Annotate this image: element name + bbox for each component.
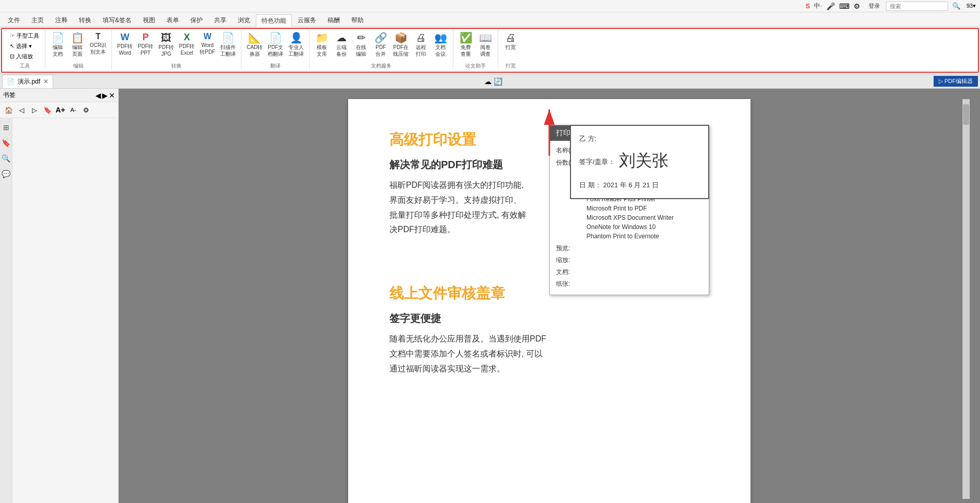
settings-icon[interactable]: ⚙ xyxy=(854,2,860,10)
pdf-merge-btn[interactable]: 🔗 PDF合并 xyxy=(371,31,390,59)
edit-doc-btn[interactable]: 📄 编辑文档 xyxy=(48,31,67,59)
tab-home[interactable]: 主页 xyxy=(26,14,50,26)
left-sidebar: 书签 ◀ ▶ ✕ 🏠 ◁ ▷ 🔖 A+ A- ⚙ ⊞ 🔖 🔍 💬 xyxy=(0,89,119,503)
doc-meeting-btn[interactable]: 👥 文档会议 xyxy=(431,31,450,59)
word-to-pdf-icon: W xyxy=(204,33,211,41)
print-doc-row: 文档: xyxy=(556,267,703,277)
sidebar-forward-btn[interactable]: ▷ xyxy=(29,104,40,116)
edit-page-icon: 📋 xyxy=(71,33,84,43)
sidebar-font-up-btn[interactable]: A+ xyxy=(55,104,66,116)
section-1-body: 福昕PDF阅读器拥有强大的打印功能, 界面友好易于学习。支持虚拟打印、批量打印等… xyxy=(389,178,529,237)
convert-group-label: 转换 xyxy=(171,62,182,71)
tab-cloud[interactable]: 云服务 xyxy=(292,14,322,26)
sidebar-next-btn[interactable]: ▶ xyxy=(102,91,108,100)
cad-convert-btn[interactable]: 📐 CAD转换器 xyxy=(244,31,265,59)
tab-browser[interactable]: 浏览 xyxy=(232,14,256,26)
sougou-logo: S xyxy=(806,2,810,10)
printer-ms-xps[interactable]: Microsoft XPS Document Writer xyxy=(584,213,703,222)
print-preview-label: 预览: xyxy=(556,243,584,253)
pdf-to-excel-btn[interactable]: X PDF转Excel xyxy=(177,31,197,58)
tab-help[interactable]: 帮助 xyxy=(346,14,369,26)
pdf-editor-btn[interactable]: ▷ PDF编辑器 xyxy=(934,76,978,87)
signature-party-label: 乙 方: xyxy=(579,134,700,143)
sidebar-settings-btn[interactable]: ⚙ xyxy=(80,104,92,116)
select-btn[interactable]: ↖ 选择 ▾ xyxy=(7,41,42,51)
mic-icon[interactable]: 🎤 xyxy=(826,2,835,10)
pdf-to-word-btn[interactable]: W PDF转Word xyxy=(115,31,135,58)
tab-fill-sign[interactable]: 填写&签名 xyxy=(97,14,137,26)
keyboard-icon[interactable]: ⌨ xyxy=(839,2,850,10)
panel-thumbnail-btn[interactable]: ⊞ xyxy=(1,122,11,133)
tab-special[interactable]: 特色功能 xyxy=(256,14,292,27)
ocr-btn[interactable]: T OCR识别文本 xyxy=(88,31,108,57)
top-bar: S 中· 🎤 ⌨ ⚙ 登录 🔍 93▾ xyxy=(0,0,980,12)
sync-icon[interactable]: 🔄 xyxy=(494,77,502,86)
printer-phantom-evernote[interactable]: Phantom Print to Evernote xyxy=(584,232,703,241)
pdf-to-ppt-btn[interactable]: P PDF转PPT xyxy=(136,31,155,58)
scrollbar[interactable] xyxy=(962,99,970,499)
panel-search-btn[interactable]: 🔍 xyxy=(1,153,11,164)
ribbon-tabs: 文件 主页 注释 转换 填写&签名 视图 表单 保护 共享 浏览 特色功能 云服… xyxy=(0,12,980,27)
sidebar-home-btn[interactable]: 🏠 xyxy=(3,104,14,116)
cloud-icon[interactable]: ☁ xyxy=(484,77,492,86)
print-wide-btn[interactable]: 🖨 打宽 xyxy=(501,31,520,52)
doc-tab[interactable]: 📄 演示.pdf ✕ xyxy=(2,75,53,88)
cloud-backup-btn[interactable]: ☁ 云端备份 xyxy=(332,31,351,59)
doc-service-group-label: 文档服务 xyxy=(371,62,391,71)
tab-protect[interactable]: 保护 xyxy=(185,14,208,26)
read-check-label: 阅卷调查 xyxy=(480,44,491,57)
pdf-to-jpg-icon: 🖼 xyxy=(161,33,171,43)
sidebar-bookmark-btn[interactable]: 🔖 xyxy=(42,104,53,116)
tab-comment[interactable]: 注释 xyxy=(50,14,73,26)
pdf-compress-btn[interactable]: 📦 PDF在线压缩 xyxy=(391,31,411,59)
pdf-to-jpg-btn[interactable]: 🖼 PDF转JPG xyxy=(156,31,176,59)
tab-form[interactable]: 表单 xyxy=(161,14,185,26)
search-input[interactable] xyxy=(886,2,948,11)
tab-view[interactable]: 视图 xyxy=(137,14,161,26)
sidebar-font-down-btn[interactable]: A- xyxy=(68,104,79,116)
pdf-merge-icon: 🔗 xyxy=(374,33,387,43)
doc-tab-bar: 📄 演示.pdf ✕ ☁ 🔄 ▷ PDF编辑器 xyxy=(0,74,980,89)
online-edit-btn[interactable]: ✏ 在线编辑 xyxy=(352,31,370,59)
remote-print-btn[interactable]: 🖨 远程打印 xyxy=(412,31,430,59)
template-lib-label: 模板文库 xyxy=(317,44,327,57)
ocr-label: OCR识别文本 xyxy=(90,42,106,55)
read-check-btn[interactable]: 📖 阅卷调查 xyxy=(476,31,495,59)
edit-doc-label: 编辑文档 xyxy=(53,44,63,57)
scrollbar-thumb[interactable] xyxy=(963,104,969,125)
word-to-pdf-btn[interactable]: W Word转PDF xyxy=(198,31,217,57)
scan-file-btn[interactable]: 📄 扫描件工翻译 xyxy=(218,31,238,59)
panel-comment-btn[interactable]: 💬 xyxy=(1,169,11,179)
online-edit-label: 在线编辑 xyxy=(356,44,366,57)
sidebar-prev-btn[interactable]: ◀ xyxy=(95,91,101,100)
doc-meeting-icon: 👥 xyxy=(434,33,447,43)
ribbon-container: 文件 主页 注释 转换 填写&签名 视图 表单 保护 共享 浏览 特色功能 云服… xyxy=(0,12,980,74)
sidebar-close-btn[interactable]: ✕ xyxy=(109,91,115,100)
tab-file[interactable]: 文件 xyxy=(2,14,26,26)
free-check-label: 免费查重 xyxy=(461,44,471,57)
paper-group-label: 论文助手 xyxy=(465,62,486,71)
edit-page-btn[interactable]: 📋 编辑页面 xyxy=(68,31,87,59)
free-check-btn[interactable]: ✅ 免费查重 xyxy=(456,31,475,59)
tab-member[interactable]: 稿酬 xyxy=(322,14,346,26)
section-1-text: 高级打印设置 解决常见的PDF打印难题 福昕PDF阅读器拥有强大的打印功能, 界… xyxy=(389,130,529,258)
doc-tab-close-btn[interactable]: ✕ xyxy=(43,78,48,85)
search-icon[interactable]: 🔍 xyxy=(952,2,960,10)
pro-translate-btn[interactable]: 👤 专业人工翻译 xyxy=(286,31,306,59)
shrink-btn[interactable]: ⊡ 入缩放 xyxy=(7,52,42,61)
free-check-icon: ✅ xyxy=(460,33,472,43)
shrink-icon: ⊡ xyxy=(10,53,14,60)
template-lib-btn[interactable]: 📁 模板文库 xyxy=(313,31,331,59)
tab-share[interactable]: 共享 xyxy=(208,14,232,26)
tool-buttons: ☞ 手型工具 ↖ 选择 ▾ ⊡ 入缩放 xyxy=(6,30,43,62)
login-btn[interactable]: 登录 xyxy=(869,2,880,10)
pdf-translate-btn[interactable]: 📄 PDF文档翻译 xyxy=(266,31,285,59)
sidebar-back-btn[interactable]: ◁ xyxy=(16,104,27,116)
cloud-backup-label: 云端备份 xyxy=(336,44,347,57)
top-bar-right: S 中· 🎤 ⌨ ⚙ 登录 🔍 93▾ xyxy=(806,2,976,11)
hand-tool-btn[interactable]: ☞ 手型工具 xyxy=(7,31,42,41)
panel-bookmark-btn[interactable]: 🔖 xyxy=(1,138,11,148)
tab-convert[interactable]: 转换 xyxy=(73,14,97,26)
printer-onenote[interactable]: OneNote for Windows 10 xyxy=(584,222,703,232)
printer-ms-pdf[interactable]: Microsoft Print to PDF xyxy=(584,204,703,213)
